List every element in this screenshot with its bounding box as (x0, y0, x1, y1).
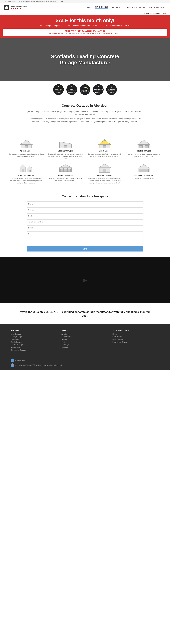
svg-rect-10 (103, 146, 106, 148)
top-bar: 01224 659 043 6 International Avenue, AB… (0, 0, 170, 3)
nav-why-choose-us[interactable]: WHY CHOOSE US (94, 6, 108, 8)
badge-rated: RATED ★★★★★ EXCELLENT AT REVIEWS.CO.UK (80, 84, 90, 95)
footer-glasgow-link[interactable]: Glasgow (62, 346, 108, 348)
xheight-desc: More suited for commercial clients that … (86, 178, 123, 184)
price-promise-text: We will beat any like for like the quote… (5, 32, 165, 34)
svg-rect-5 (25, 146, 28, 148)
garage-elite: Elite Garages Our premier range and by f… (86, 139, 123, 160)
svg-marker-17 (20, 164, 26, 167)
badge-sturdy: 🏠 STURDY SOLID CONSTRUCTION BUILT TO LAS… (66, 84, 77, 95)
double-desc: If you have the room for it our double g… (126, 153, 162, 157)
telephone-field[interactable] (27, 220, 143, 224)
footer-why-link[interactable]: Why Choose Us (112, 336, 159, 338)
footer-apex-link[interactable]: Apex Garages (11, 333, 58, 335)
garages-dropdown-icon: ▼ (123, 7, 125, 8)
battery-desc: A popular choice for our private landlor… (47, 178, 84, 182)
footer-areas-heading: AREAS (62, 330, 108, 332)
garage-sloping: Sloping Garages This range is most suite… (47, 139, 84, 160)
svg-rect-27 (64, 169, 67, 172)
footer-dundee-link[interactable]: Dundee (62, 338, 108, 340)
svg-marker-19 (27, 166, 32, 168)
sale-item-1: Free Guttering & Downpipes (39, 25, 60, 27)
svg-marker-3 (20, 140, 32, 144)
contact-areas-link[interactable]: CONTACT & AREAS WE COVER (144, 12, 166, 14)
svg-rect-7 (64, 146, 67, 148)
email-field[interactable] (27, 226, 143, 230)
footer-attached-link[interactable]: Attached Garages (11, 344, 58, 346)
about-para2: Our concrete garages or sometimes known … (25, 117, 145, 123)
svg-marker-22 (60, 164, 72, 168)
footer-commercial-link[interactable]: Commercial Garages (11, 349, 58, 351)
sloping-icon (59, 139, 72, 148)
footer-double-link[interactable]: Double Garages (11, 341, 58, 343)
contact-form: Send (27, 202, 143, 252)
garage-battery: Battery Garages A popular choice for our… (47, 164, 84, 184)
footer-home-link[interactable]: Home (112, 333, 159, 335)
svg-rect-14 (139, 146, 143, 148)
footer-base-link[interactable]: Base Laying Service (112, 341, 159, 343)
logo-icon (4, 5, 9, 10)
footer-aberdeenshire-link[interactable]: Aberdeenshire (62, 336, 108, 338)
footer-grid: GARAGES Apex Garages Sloping Garages Eli… (11, 330, 159, 352)
footer-areas-col: AREAS Aberdeen Aberdeenshire Dundee Pert… (62, 330, 108, 352)
apex-desc: Our apex concrete garages are really sui… (8, 153, 44, 157)
battery-name: Battery Garages (47, 174, 84, 176)
footer-perth-link[interactable]: Perth (62, 341, 108, 343)
svg-rect-2 (6, 8, 7, 9)
header: CONCRETE GARAGES ABERDEEN HOME WHY CHOOS… (0, 3, 170, 12)
footer-aberdeen-link[interactable]: Aberdeen (62, 333, 108, 335)
submit-button[interactable]: Send (27, 246, 143, 252)
svg-rect-31 (103, 169, 106, 172)
svg-marker-1 (5, 6, 8, 7)
footer-links-col: ADDITIONAL LINKS Home Why Choose Us Help… (112, 330, 159, 352)
svg-rect-15 (145, 146, 149, 148)
nav-home[interactable]: HOME (87, 6, 92, 8)
battery-icon (59, 164, 72, 173)
secondary-nav: CONTACT & AREAS WE COVER (0, 12, 170, 15)
garage-commercial: Commercial Garages Looking for a large w… (126, 164, 162, 184)
commercial-desc: Looking for a large workshop? (126, 178, 162, 180)
elite-icon (98, 139, 111, 148)
certification-section: We're the UK's only CSCS & CITB certifie… (0, 304, 170, 324)
svg-rect-20 (22, 169, 24, 172)
svg-rect-26 (60, 169, 63, 172)
footer-sloping-link[interactable]: Sloping Garages (11, 336, 58, 338)
hero: Scotlands Leading Concrete Garage Manufa… (0, 38, 170, 81)
footer-garages-col: GARAGES Apex Garages Sloping Garages Eli… (11, 330, 58, 352)
footer-garages-heading: GARAGES (11, 330, 58, 332)
garage-attached: Attached Garages Also known as lean to g… (8, 164, 44, 184)
footer-address-icon: 📍 (11, 363, 14, 367)
top-bar-phone: 01224 659 043 (3, 1, 15, 2)
garage-types-section: Apex Garages Our apex concrete garages a… (0, 135, 170, 189)
message-field[interactable] (27, 232, 143, 245)
footer-elite-link[interactable]: Elite Garages (11, 338, 58, 340)
logo-text: CONCRETE GARAGES ABERDEEN (11, 5, 27, 10)
footer-edinburgh-link[interactable]: Edinburgh (62, 344, 108, 346)
surname-field[interactable] (27, 208, 143, 212)
nav-our-garages[interactable]: OUR GARAGES ▼ (111, 6, 125, 8)
contact-section: Contact us below for a free quote Send (0, 189, 170, 257)
name-field[interactable] (27, 202, 143, 206)
nav-base-laying[interactable]: BASE LAYING SERVICE (148, 6, 166, 8)
nav-help-resources[interactable]: HELP & RESOURCES ▼ (127, 6, 145, 8)
footer: GARAGES Apex Garages Sloping Garages Eli… (0, 324, 170, 370)
footer-battery-link[interactable]: Battery Garages (11, 346, 58, 348)
certification-text: We're the UK's only CSCS & CITB certifie… (20, 310, 150, 318)
price-promise: PRICE PROMISE FOR ALL 2022 INSTALLATIONS… (3, 29, 167, 36)
footer-address: 6 International Avenue, ABZ Business Par… (15, 364, 62, 366)
sale-item-2: Free zero maintenance uPVC Fascia (68, 25, 97, 27)
footer-help-link[interactable]: Help & Resources (112, 338, 159, 340)
double-icon (137, 139, 151, 148)
double-name: Double Garages (126, 150, 162, 152)
hero-content: Scotlands Leading Concrete Garage Manufa… (51, 54, 119, 66)
top-bar-address: 6 International Avenue, ABZ Business Par… (19, 1, 63, 2)
xheight-name: X-Height Garages (86, 174, 123, 176)
postcode-field[interactable] (27, 214, 143, 218)
footer-bottom: 📞 01224 659 045 📍 6 International Avenue… (11, 356, 159, 367)
footer-phone: 01224 659 045 (15, 360, 26, 361)
garage-grid: Apex Garages Our apex concrete garages a… (8, 139, 162, 184)
sloping-name: Sloping Garages (47, 150, 84, 152)
badge-guarantee: ✓ GUARANTEE COMPREHENSIVE 10 YEAR WARRAN… (93, 84, 104, 95)
footer-additional-heading: ADDITIONAL LINKS (112, 330, 159, 332)
hero-heading: Scotlands Leading Concrete Garage Manufa… (51, 54, 119, 66)
